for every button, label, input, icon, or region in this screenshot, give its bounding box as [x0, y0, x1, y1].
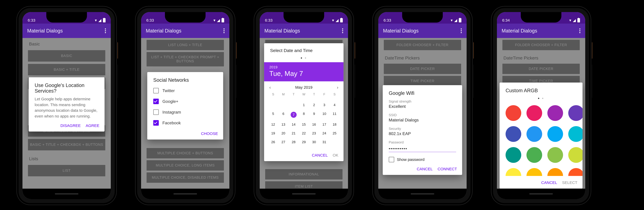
- calendar-day[interactable]: 14: [288, 121, 298, 128]
- phone-4: 6:33 ▾ ◢ Material Dialogs FOLDER CHOOSER…: [372, 5, 472, 204]
- display-notch: [284, 12, 324, 23]
- ok-button[interactable]: OK: [333, 153, 338, 157]
- dialog-title: Custom ARGB: [500, 82, 582, 93]
- checkbox-icon[interactable]: [153, 110, 159, 115]
- calendar-day[interactable]: 3: [319, 101, 330, 109]
- cancel-button[interactable]: CANCEL: [541, 180, 557, 185]
- calendar-day[interactable]: 25: [330, 129, 340, 137]
- agree-button[interactable]: AGREE: [86, 123, 100, 128]
- calendar-day[interactable]: 15: [299, 121, 309, 128]
- color-swatch[interactable]: [506, 126, 521, 142]
- calendar-day[interactable]: 27: [278, 138, 288, 146]
- calendar-year[interactable]: 2019: [269, 65, 338, 69]
- color-swatch[interactable]: [526, 126, 542, 142]
- calendar-day[interactable]: 24: [319, 129, 330, 137]
- cancel-button[interactable]: CANCEL: [312, 153, 328, 157]
- connect-button[interactable]: CONNECT: [438, 167, 457, 171]
- display-notch: [165, 12, 206, 23]
- color-swatch[interactable]: [506, 105, 521, 121]
- calendar-day[interactable]: 19: [268, 129, 278, 137]
- color-swatch[interactable]: [526, 168, 542, 176]
- wifi-icon: ▾: [95, 18, 97, 23]
- checkbox-icon[interactable]: [153, 88, 159, 93]
- calendar-day[interactable]: 1: [299, 101, 309, 109]
- calendar-date[interactable]: Tue, May 7: [269, 70, 338, 77]
- choose-button[interactable]: CHOOSE: [201, 131, 218, 136]
- app-title: Material Dialogs: [383, 28, 460, 34]
- calendar-day[interactable]: 12: [268, 121, 278, 128]
- color-swatch[interactable]: [568, 105, 582, 121]
- nav-bar: [378, 189, 466, 199]
- color-swatch[interactable]: [526, 105, 542, 121]
- next-month-icon[interactable]: ›: [337, 85, 338, 90]
- show-password-checkbox[interactable]: [389, 157, 394, 162]
- calendar-dow: W: [299, 91, 309, 97]
- option-label: Facebook: [162, 121, 181, 125]
- nav-bar: [22, 189, 111, 199]
- option-row[interactable]: Instagram: [147, 107, 223, 118]
- calendar-dow: S: [330, 91, 340, 97]
- wifi-dialog: Google Wifi Signal strength Excellent SS…: [383, 85, 462, 175]
- color-swatch[interactable]: [568, 168, 582, 176]
- calendar-day[interactable]: 26: [268, 138, 278, 146]
- checkbox-icon[interactable]: [153, 99, 159, 104]
- display-notch: [402, 12, 443, 23]
- calendar-day[interactable]: 7: [288, 110, 298, 120]
- calendar-day[interactable]: 20: [278, 129, 288, 137]
- overflow-menu-icon[interactable]: [342, 28, 343, 33]
- calendar-day[interactable]: 29: [299, 138, 309, 146]
- calendar-day[interactable]: 2: [309, 101, 319, 109]
- calendar-day[interactable]: 31: [319, 138, 330, 146]
- dialog-title: Select Date and Time: [264, 43, 344, 53]
- nav-bar: [260, 189, 348, 199]
- calendar-day[interactable]: 9: [309, 110, 319, 120]
- color-swatch[interactable]: [547, 105, 563, 121]
- color-swatch[interactable]: [547, 168, 563, 176]
- color-swatch[interactable]: [547, 147, 563, 163]
- calendar-day[interactable]: 22: [299, 129, 309, 137]
- calendar-day[interactable]: 11: [330, 110, 340, 120]
- signal-icon: ◢: [454, 18, 457, 23]
- calendar-day[interactable]: 13: [278, 121, 288, 128]
- calendar-day[interactable]: 28: [288, 138, 298, 146]
- nav-bar: [497, 189, 585, 199]
- color-swatch[interactable]: [547, 126, 563, 142]
- calendar-day[interactable]: 16: [309, 121, 319, 128]
- color-swatch[interactable]: [568, 147, 582, 163]
- overflow-menu-icon[interactable]: [579, 28, 580, 33]
- calendar-day[interactable]: 18: [330, 121, 340, 128]
- signal-icon: ◢: [217, 18, 220, 23]
- prev-month-icon[interactable]: ‹: [269, 85, 271, 90]
- app-bar: Material Dialogs: [22, 24, 111, 38]
- color-swatch[interactable]: [506, 147, 521, 163]
- overflow-menu-icon[interactable]: [105, 28, 106, 33]
- calendar-day[interactable]: 6: [278, 110, 288, 120]
- calendar-day[interactable]: 8: [299, 110, 309, 120]
- calendar-day[interactable]: 5: [268, 110, 278, 120]
- select-button[interactable]: SELECT: [562, 180, 578, 185]
- disagree-button[interactable]: DISAGREE: [60, 123, 81, 128]
- calendar-day[interactable]: 21: [288, 129, 298, 137]
- calendar-day[interactable]: 30: [309, 138, 319, 146]
- option-row[interactable]: Facebook: [147, 118, 223, 128]
- app-title: Material Dialogs: [502, 28, 579, 34]
- option-row[interactable]: Google+: [147, 96, 223, 107]
- color-swatch[interactable]: [568, 126, 582, 142]
- show-password-label: Show password: [397, 157, 424, 162]
- security-label: Security: [389, 127, 456, 131]
- cancel-button[interactable]: CANCEL: [417, 167, 433, 171]
- password-input[interactable]: ••••••••••: [389, 146, 456, 152]
- app-bar: Material Dialogs: [378, 24, 466, 38]
- phone-3: 6:33 ▾ ◢ Material Dialogs FILE CHOOSER: [253, 5, 353, 204]
- app-title: Material Dialogs: [264, 28, 342, 34]
- overflow-menu-icon[interactable]: [224, 28, 225, 33]
- calendar-day[interactable]: 23: [309, 129, 319, 137]
- calendar-day[interactable]: 17: [319, 121, 330, 128]
- color-swatch[interactable]: [506, 168, 521, 176]
- color-swatch[interactable]: [526, 147, 542, 163]
- option-row[interactable]: Twitter: [147, 85, 223, 96]
- calendar-day[interactable]: 10: [319, 110, 330, 120]
- checkbox-icon[interactable]: [153, 120, 159, 126]
- calendar-day[interactable]: 4: [330, 101, 340, 109]
- overflow-menu-icon[interactable]: [460, 28, 462, 33]
